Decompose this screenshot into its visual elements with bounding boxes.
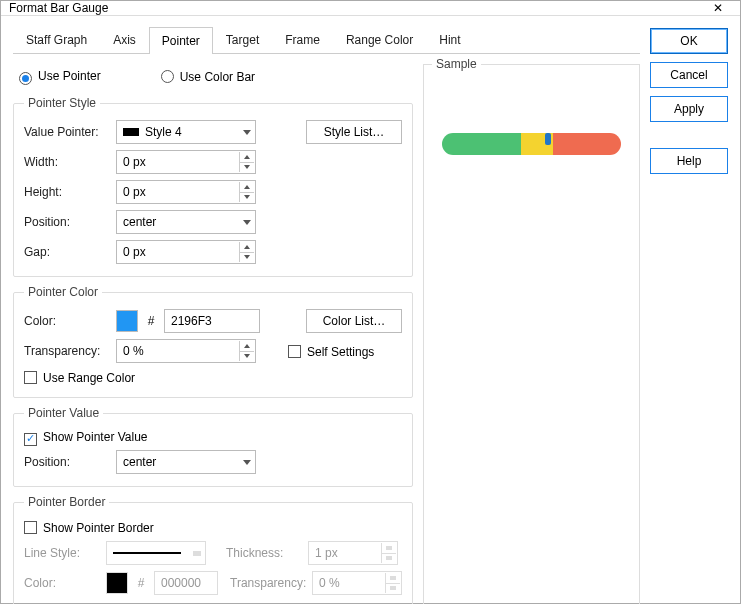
pv-position-combo[interactable]: center: [116, 450, 256, 474]
spin-up-icon[interactable]: [239, 341, 254, 352]
spin-down-icon[interactable]: [381, 554, 396, 564]
tab-frame[interactable]: Frame: [272, 26, 333, 53]
spin-up-icon[interactable]: [239, 182, 254, 193]
close-icon[interactable]: ✕: [704, 1, 732, 15]
value-pointer-combo[interactable]: Style 4: [116, 120, 256, 144]
spin-down-icon[interactable]: [239, 253, 254, 263]
position-value: center: [123, 215, 237, 229]
height-value: 0 px: [123, 185, 146, 199]
tab-target[interactable]: Target: [213, 26, 272, 53]
show-pointer-border-label: Show Pointer Border: [43, 521, 154, 535]
use-range-color-checkbox[interactable]: Use Range Color: [24, 369, 135, 385]
style-list-button[interactable]: Style List…: [306, 120, 402, 144]
radio-dot-icon: [19, 72, 32, 85]
group-pointer-value-legend: Pointer Value: [24, 406, 103, 420]
tab-content: Use Pointer Use Color Bar Pointer Style …: [13, 64, 640, 604]
spin-down-icon[interactable]: [239, 193, 254, 203]
style-preview-icon: [123, 128, 139, 136]
spin-down-icon[interactable]: [385, 584, 400, 594]
range-green: [442, 133, 521, 155]
radio-use-color-bar[interactable]: Use Color Bar: [161, 68, 255, 84]
color-label: Color:: [24, 314, 110, 328]
pv-position-value: center: [123, 455, 237, 469]
pb-color-hex-value: 000000: [161, 576, 201, 590]
line-style-label: Line Style:: [24, 546, 100, 560]
left-panel: Staff Graph Axis Pointer Target Frame Ra…: [13, 26, 640, 604]
color-hex-input[interactable]: 2196F3: [164, 309, 260, 333]
gap-spinner[interactable]: 0 px: [116, 240, 256, 264]
apply-button[interactable]: Apply: [650, 96, 728, 122]
self-settings-label: Self Settings: [307, 345, 374, 359]
color-list-button-label: Color List…: [323, 314, 386, 328]
show-pointer-border-checkbox[interactable]: Show Pointer Border: [24, 519, 154, 535]
width-value: 0 px: [123, 155, 146, 169]
pb-color-hex-input[interactable]: 000000: [154, 571, 218, 595]
group-pointer-style: Pointer Style Value Pointer: Style 4 Sty…: [13, 96, 413, 277]
cancel-button[interactable]: Cancel: [650, 62, 728, 88]
sample-preview: Sample: [423, 64, 640, 604]
color-swatch[interactable]: [116, 310, 138, 332]
spin-down-icon[interactable]: [239, 352, 254, 362]
pb-color-swatch[interactable]: [106, 572, 128, 594]
value-pointer-value: Style 4: [145, 125, 237, 139]
tab-strip: Staff Graph Axis Pointer Target Frame Ra…: [13, 26, 640, 54]
line-preview-icon: [113, 552, 181, 554]
tab-pointer[interactable]: Pointer: [149, 27, 213, 54]
thickness-value: 1 px: [315, 546, 338, 560]
thickness-label: Thickness:: [226, 546, 302, 560]
line-style-combo[interactable]: [106, 541, 206, 565]
cancel-button-label: Cancel: [670, 68, 707, 82]
show-pointer-value-checkbox[interactable]: Show Pointer Value: [24, 430, 148, 444]
radio-dot-icon: [161, 70, 174, 83]
pointer-mode-row: Use Pointer Use Color Bar: [13, 64, 413, 88]
chevron-down-icon: [243, 130, 251, 135]
ok-button[interactable]: OK: [650, 28, 728, 54]
dialog-buttons: OK Cancel Apply Help: [650, 26, 728, 604]
chevron-down-icon: [243, 460, 251, 465]
apply-button-label: Apply: [674, 102, 704, 116]
group-pointer-color-legend: Pointer Color: [24, 285, 102, 299]
style-list-button-label: Style List…: [324, 125, 385, 139]
sample-label: Sample: [432, 57, 481, 71]
radio-use-pointer[interactable]: Use Pointer: [19, 69, 101, 83]
spin-down-icon[interactable]: [239, 163, 254, 173]
width-spinner[interactable]: 0 px: [116, 150, 256, 174]
self-settings-checkbox[interactable]: Self Settings: [288, 343, 374, 359]
radio-use-pointer-label: Use Pointer: [38, 69, 101, 83]
color-list-button[interactable]: Color List…: [306, 309, 402, 333]
checkbox-icon: [288, 345, 301, 358]
hash-label: #: [144, 314, 158, 328]
checkbox-icon: [24, 371, 37, 384]
height-spinner[interactable]: 0 px: [116, 180, 256, 204]
dialog-window: Format Bar Gauge ✕ Staff Graph Axis Poin…: [0, 0, 741, 604]
spin-up-icon[interactable]: [385, 573, 400, 584]
spin-up-icon[interactable]: [239, 242, 254, 253]
pb-transparency-value: 0 %: [319, 576, 340, 590]
group-pointer-border: Pointer Border Show Pointer Border Line …: [13, 495, 413, 604]
group-pointer-value: Pointer Value Show Pointer Value Positio…: [13, 406, 413, 487]
tab-hint[interactable]: Hint: [426, 26, 473, 53]
tab-axis[interactable]: Axis: [100, 26, 149, 53]
dialog-body: Staff Graph Axis Pointer Target Frame Ra…: [1, 16, 740, 604]
transparency-label: Transparency:: [24, 344, 110, 358]
tab-range-color[interactable]: Range Color: [333, 26, 426, 53]
form-column: Use Pointer Use Color Bar Pointer Style …: [13, 64, 413, 604]
transparency-spinner[interactable]: 0 %: [116, 339, 256, 363]
color-hex-value: 2196F3: [171, 314, 212, 328]
help-button[interactable]: Help: [650, 148, 728, 174]
ok-button-label: OK: [680, 34, 697, 48]
thickness-spinner[interactable]: 1 px: [308, 541, 398, 565]
position-combo[interactable]: center: [116, 210, 256, 234]
group-pointer-border-legend: Pointer Border: [24, 495, 109, 509]
spin-up-icon[interactable]: [381, 543, 396, 554]
hash-label: #: [134, 576, 148, 590]
group-pointer-color: Pointer Color Color: # 2196F3 Color List…: [13, 285, 413, 398]
tab-staff-graph[interactable]: Staff Graph: [13, 26, 100, 53]
gap-value: 0 px: [123, 245, 146, 259]
spin-up-icon[interactable]: [239, 152, 254, 163]
help-button-label: Help: [677, 154, 702, 168]
pb-transparency-spinner[interactable]: 0 %: [312, 571, 402, 595]
window-title: Format Bar Gauge: [9, 1, 704, 15]
group-pointer-style-legend: Pointer Style: [24, 96, 100, 110]
transparency-value: 0 %: [123, 344, 144, 358]
